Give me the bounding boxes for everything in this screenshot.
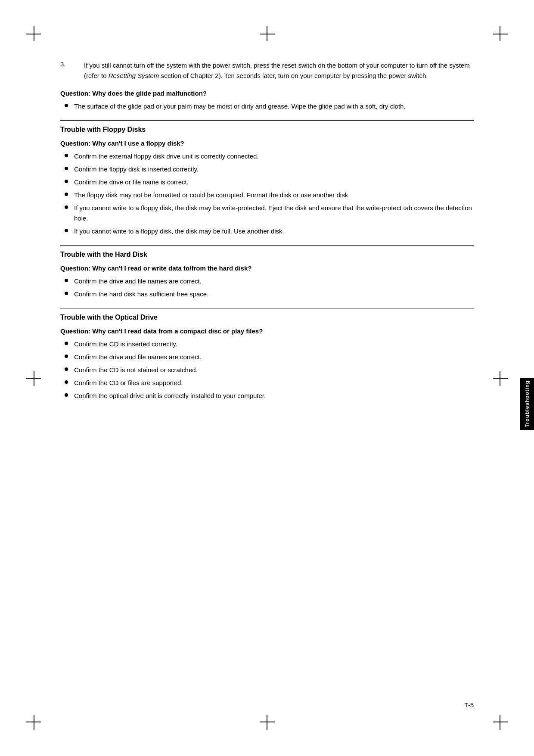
section-divider <box>60 308 474 308</box>
list-item: Confirm the optical drive unit is correc… <box>65 391 474 401</box>
corner-mark-tr <box>491 26 508 43</box>
optical-drive-question: Question: Why can't I read data from a c… <box>60 327 474 335</box>
corner-mark-tl <box>26 26 43 43</box>
bullet-dot <box>65 355 68 358</box>
list-item: Confirm the external floppy disk drive u… <box>65 151 474 162</box>
glide-pad-bullets: The surface of the glide pad or your pal… <box>60 101 474 112</box>
left-center-mark <box>26 370 43 387</box>
bottom-center-mark <box>258 713 276 730</box>
bullet-text: Confirm the CD or files are supported. <box>74 378 183 388</box>
list-item: Confirm the CD is not stained or scratch… <box>65 365 474 375</box>
numbered-item-3: 3. If you still cannot turn off the syst… <box>60 60 474 81</box>
bullet-text: If you cannot write to a floppy disk, th… <box>74 226 284 236</box>
item-number: 3. <box>60 60 84 81</box>
bullet-text: If you cannot write to a floppy disk, th… <box>74 203 474 224</box>
corner-mark-bl <box>26 713 43 730</box>
floppy-disk-title: Trouble with Floppy Disks <box>60 126 474 134</box>
bullet-text: Confirm the optical drive unit is correc… <box>74 391 266 401</box>
bullet-text: Confirm the drive and file names are cor… <box>74 276 202 286</box>
list-item: Confirm the drive and file names are cor… <box>65 352 474 362</box>
hard-disk-section: Trouble with the Hard Disk Question: Why… <box>60 251 474 299</box>
list-item: Confirm the drive and file names are cor… <box>65 276 474 286</box>
main-content: 3. If you still cannot turn off the syst… <box>60 60 474 401</box>
list-item: Confirm the floppy disk is inserted corr… <box>65 164 474 174</box>
sidebar-tab-label: Troubleshooting <box>524 380 530 427</box>
bullet-dot <box>65 193 68 196</box>
bullet-dot <box>65 104 68 107</box>
bullet-dot <box>65 229 68 232</box>
bullet-text: Confirm the drive or file name is correc… <box>74 177 189 187</box>
list-item: If you cannot write to a floppy disk, th… <box>65 203 474 224</box>
bullet-text: Confirm the CD is not stained or scratch… <box>74 365 198 375</box>
bullet-dot <box>65 279 68 282</box>
bullet-dot <box>65 292 68 295</box>
page-number: T-5 <box>464 701 474 709</box>
right-center-mark <box>491 370 508 387</box>
bullet-text: Confirm the drive and file names are cor… <box>74 352 202 362</box>
glide-pad-section: Question: Why does the glide pad malfunc… <box>60 90 474 112</box>
bullet-text: The surface of the glide pad or your pal… <box>74 101 406 112</box>
bullet-dot <box>65 167 68 170</box>
bullet-dot <box>65 380 68 384</box>
optical-drive-title: Trouble with the Optical Drive <box>60 314 474 321</box>
bullet-text: The floppy disk may not be formatted or … <box>74 190 350 200</box>
list-item: Confirm the CD is inserted correctly. <box>65 339 474 349</box>
hard-disk-bullets: Confirm the drive and file names are cor… <box>60 276 474 299</box>
glide-pad-question: Question: Why does the glide pad malfunc… <box>60 90 474 97</box>
bullet-dot <box>65 342 68 345</box>
floppy-disk-section: Trouble with Floppy Disks Question: Why … <box>60 126 474 236</box>
list-item: The surface of the glide pad or your pal… <box>65 101 474 112</box>
corner-mark-br <box>491 713 508 730</box>
floppy-disk-bullets: Confirm the external floppy disk drive u… <box>60 151 474 236</box>
list-item: Confirm the drive or file name is correc… <box>65 177 474 187</box>
list-item: Confirm the hard disk has sufficient fre… <box>65 289 474 299</box>
top-center-mark <box>258 26 276 43</box>
bullet-text: Confirm the hard disk has sufficient fre… <box>74 289 208 299</box>
section-divider <box>60 245 474 246</box>
bullet-dot <box>65 205 68 209</box>
bullet-dot <box>65 180 68 183</box>
section-divider <box>60 120 474 121</box>
list-item: The floppy disk may not be formatted or … <box>65 190 474 200</box>
bullet-text: Confirm the floppy disk is inserted corr… <box>74 164 199 174</box>
optical-drive-section: Trouble with the Optical Drive Question:… <box>60 314 474 401</box>
bullet-dot <box>65 393 68 397</box>
list-item: If you cannot write to a floppy disk, th… <box>65 226 474 236</box>
sidebar-tab: Troubleshooting <box>520 378 534 430</box>
bullet-text: Confirm the CD is inserted correctly. <box>74 339 177 349</box>
hard-disk-title: Trouble with the Hard Disk <box>60 251 474 258</box>
bullet-text: Confirm the external floppy disk drive u… <box>74 151 259 162</box>
list-item: Confirm the CD or files are supported. <box>65 378 474 388</box>
optical-drive-bullets: Confirm the CD is inserted correctly. Co… <box>60 339 474 401</box>
floppy-disk-question: Question: Why can't I use a floppy disk? <box>60 140 474 147</box>
bullet-dot <box>65 367 68 371</box>
bullet-dot <box>65 154 68 157</box>
hard-disk-question: Question: Why can't I read or write data… <box>60 264 474 272</box>
item-text-3: If you still cannot turn off the system … <box>84 60 474 81</box>
